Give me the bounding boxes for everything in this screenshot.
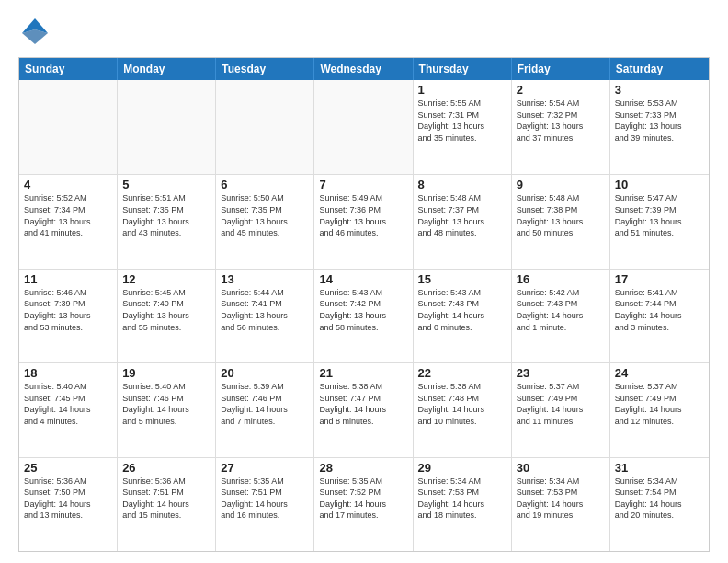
calendar-cell-w2-d0: 11Sunrise: 5:46 AM Sunset: 7:39 PM Dayli… (19, 270, 118, 362)
day-info: Sunrise: 5:50 AM Sunset: 7:35 PM Dayligh… (221, 192, 309, 238)
day-info: Sunrise: 5:36 AM Sunset: 7:50 PM Dayligh… (24, 476, 112, 522)
day-number: 4 (24, 178, 112, 191)
day-number: 26 (122, 461, 210, 475)
calendar-cell-w3-d3: 21Sunrise: 5:38 AM Sunset: 7:47 PM Dayli… (314, 363, 413, 456)
calendar-cell-w3-d4: 22Sunrise: 5:38 AM Sunset: 7:48 PM Dayli… (414, 363, 512, 456)
calendar-cell-w2-d3: 14Sunrise: 5:43 AM Sunset: 7:42 PM Dayli… (314, 270, 413, 362)
calendar-cell-w4-d1: 26Sunrise: 5:36 AM Sunset: 7:51 PM Dayli… (118, 458, 216, 551)
calendar-cell-w0-d2 (216, 80, 314, 174)
day-info: Sunrise: 5:52 AM Sunset: 7:34 PM Dayligh… (24, 192, 112, 238)
day-number: 22 (418, 366, 506, 380)
day-info: Sunrise: 5:39 AM Sunset: 7:46 PM Dayligh… (221, 381, 309, 427)
day-number: 21 (319, 366, 407, 380)
header-saturday: Saturday (610, 58, 709, 80)
calendar-cell-w3-d6: 24Sunrise: 5:37 AM Sunset: 7:49 PM Dayli… (610, 363, 709, 456)
day-info: Sunrise: 5:37 AM Sunset: 7:49 PM Dayligh… (615, 381, 704, 427)
calendar-cell-w1-d6: 10Sunrise: 5:47 AM Sunset: 7:39 PM Dayli… (610, 175, 709, 268)
day-info: Sunrise: 5:48 AM Sunset: 7:37 PM Dayligh… (418, 192, 506, 238)
header-sunday: Sunday (19, 58, 118, 80)
day-info: Sunrise: 5:47 AM Sunset: 7:39 PM Dayligh… (615, 192, 704, 238)
calendar-cell-w4-d5: 30Sunrise: 5:34 AM Sunset: 7:53 PM Dayli… (512, 458, 610, 551)
day-number: 30 (517, 461, 605, 475)
day-info: Sunrise: 5:35 AM Sunset: 7:52 PM Dayligh… (319, 476, 407, 522)
day-number: 28 (319, 461, 407, 475)
day-number: 20 (221, 366, 309, 380)
day-info: Sunrise: 5:38 AM Sunset: 7:48 PM Dayligh… (418, 381, 506, 427)
calendar-cell-w3-d1: 19Sunrise: 5:40 AM Sunset: 7:46 PM Dayli… (118, 363, 216, 456)
calendar-header: Sunday Monday Tuesday Wednesday Thursday… (19, 58, 709, 80)
day-info: Sunrise: 5:41 AM Sunset: 7:44 PM Dayligh… (615, 287, 704, 333)
day-info: Sunrise: 5:43 AM Sunset: 7:43 PM Dayligh… (418, 287, 506, 333)
calendar-body: 1Sunrise: 5:55 AM Sunset: 7:31 PM Daylig… (19, 80, 709, 551)
day-number: 5 (122, 178, 210, 191)
calendar-cell-w3-d5: 23Sunrise: 5:37 AM Sunset: 7:49 PM Dayli… (512, 363, 610, 456)
day-info: Sunrise: 5:51 AM Sunset: 7:35 PM Dayligh… (122, 192, 210, 238)
calendar-cell-w2-d1: 12Sunrise: 5:45 AM Sunset: 7:40 PM Dayli… (118, 270, 216, 362)
day-number: 25 (24, 461, 112, 475)
calendar-row-1: 4Sunrise: 5:52 AM Sunset: 7:34 PM Daylig… (19, 174, 709, 268)
day-number: 11 (24, 272, 112, 286)
calendar-cell-w4-d3: 28Sunrise: 5:35 AM Sunset: 7:52 PM Dayli… (314, 458, 413, 551)
day-info: Sunrise: 5:40 AM Sunset: 7:46 PM Dayligh… (122, 381, 210, 427)
day-number: 18 (24, 366, 112, 380)
calendar-row-3: 18Sunrise: 5:40 AM Sunset: 7:45 PM Dayli… (19, 362, 709, 456)
day-number: 15 (418, 272, 506, 286)
calendar-row-0: 1Sunrise: 5:55 AM Sunset: 7:31 PM Daylig… (19, 80, 709, 174)
calendar-cell-w1-d4: 8Sunrise: 5:48 AM Sunset: 7:37 PM Daylig… (414, 175, 512, 268)
day-info: Sunrise: 5:54 AM Sunset: 7:32 PM Dayligh… (517, 98, 605, 144)
day-number: 19 (122, 366, 210, 380)
day-info: Sunrise: 5:38 AM Sunset: 7:47 PM Dayligh… (319, 381, 407, 427)
day-info: Sunrise: 5:43 AM Sunset: 7:42 PM Dayligh… (319, 287, 407, 333)
day-number: 10 (615, 178, 704, 191)
day-info: Sunrise: 5:34 AM Sunset: 7:53 PM Dayligh… (418, 476, 506, 522)
calendar-cell-w3-d0: 18Sunrise: 5:40 AM Sunset: 7:45 PM Dayli… (19, 363, 118, 456)
day-info: Sunrise: 5:36 AM Sunset: 7:51 PM Dayligh… (122, 476, 210, 522)
header-wednesday: Wednesday (314, 58, 413, 80)
day-number: 27 (221, 461, 309, 475)
calendar-cell-w4-d2: 27Sunrise: 5:35 AM Sunset: 7:51 PM Dayli… (216, 458, 314, 551)
calendar-cell-w0-d3 (314, 80, 413, 174)
day-number: 2 (517, 83, 605, 97)
day-info: Sunrise: 5:34 AM Sunset: 7:53 PM Dayligh… (517, 476, 605, 522)
calendar-cell-w4-d0: 25Sunrise: 5:36 AM Sunset: 7:50 PM Dayli… (19, 458, 118, 551)
logo (18, 15, 57, 48)
day-number: 23 (517, 366, 605, 380)
header-friday: Friday (512, 58, 610, 80)
calendar-cell-w0-d6: 3Sunrise: 5:53 AM Sunset: 7:33 PM Daylig… (610, 80, 709, 174)
day-info: Sunrise: 5:55 AM Sunset: 7:31 PM Dayligh… (418, 98, 506, 144)
calendar-cell-w4-d4: 29Sunrise: 5:34 AM Sunset: 7:53 PM Dayli… (414, 458, 512, 551)
day-info: Sunrise: 5:37 AM Sunset: 7:49 PM Dayligh… (517, 381, 605, 427)
calendar-cell-w2-d6: 17Sunrise: 5:41 AM Sunset: 7:44 PM Dayli… (610, 270, 709, 362)
day-number: 3 (615, 83, 704, 97)
day-number: 31 (615, 461, 704, 475)
day-number: 17 (615, 272, 704, 286)
day-info: Sunrise: 5:35 AM Sunset: 7:51 PM Dayligh… (221, 476, 309, 522)
day-number: 29 (418, 461, 506, 475)
calendar: Sunday Monday Tuesday Wednesday Thursday… (18, 57, 710, 552)
calendar-cell-w4-d6: 31Sunrise: 5:34 AM Sunset: 7:54 PM Dayli… (610, 458, 709, 551)
calendar-cell-w2-d2: 13Sunrise: 5:44 AM Sunset: 7:41 PM Dayli… (216, 270, 314, 362)
logo-icon (18, 15, 51, 48)
day-number: 16 (517, 272, 605, 286)
calendar-cell-w0-d0 (19, 80, 118, 174)
calendar-cell-w0-d5: 2Sunrise: 5:54 AM Sunset: 7:32 PM Daylig… (512, 80, 610, 174)
calendar-cell-w1-d1: 5Sunrise: 5:51 AM Sunset: 7:35 PM Daylig… (118, 175, 216, 268)
day-info: Sunrise: 5:45 AM Sunset: 7:40 PM Dayligh… (122, 287, 210, 333)
day-number: 7 (319, 178, 407, 191)
calendar-cell-w1-d5: 9Sunrise: 5:48 AM Sunset: 7:38 PM Daylig… (512, 175, 610, 268)
calendar-cell-w0-d4: 1Sunrise: 5:55 AM Sunset: 7:31 PM Daylig… (414, 80, 512, 174)
calendar-cell-w0-d1 (118, 80, 216, 174)
day-number: 8 (418, 178, 506, 191)
day-info: Sunrise: 5:40 AM Sunset: 7:45 PM Dayligh… (24, 381, 112, 427)
header-monday: Monday (118, 58, 216, 80)
page: Sunday Monday Tuesday Wednesday Thursday… (0, 0, 728, 563)
day-number: 12 (122, 272, 210, 286)
day-info: Sunrise: 5:53 AM Sunset: 7:33 PM Dayligh… (615, 98, 704, 144)
day-info: Sunrise: 5:49 AM Sunset: 7:36 PM Dayligh… (319, 192, 407, 238)
calendar-cell-w2-d4: 15Sunrise: 5:43 AM Sunset: 7:43 PM Dayli… (414, 270, 512, 362)
day-number: 14 (319, 272, 407, 286)
header-thursday: Thursday (414, 58, 512, 80)
day-number: 13 (221, 272, 309, 286)
calendar-cell-w1-d2: 6Sunrise: 5:50 AM Sunset: 7:35 PM Daylig… (216, 175, 314, 268)
header-tuesday: Tuesday (216, 58, 314, 80)
